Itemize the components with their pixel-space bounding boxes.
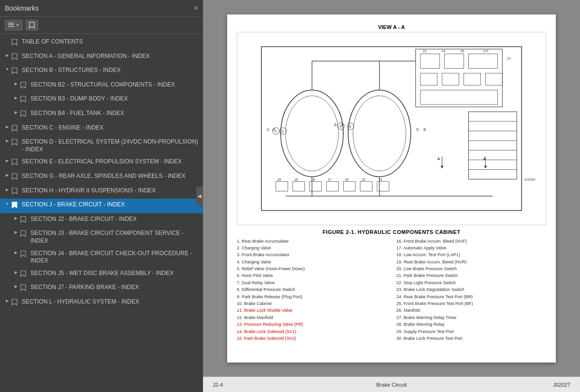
expand-arrow-sec-j[interactable] — [3, 202, 12, 206]
bookmark-icon-sec-j3 — [20, 230, 28, 239]
svg-text:25: 25 — [461, 49, 464, 53]
bookmark-label-sec-l: SECTION L - HYDRAULIC SYSTEM - INDEX — [22, 298, 200, 306]
legend-item-left-3: 3. Front Brake Accumulator — [237, 251, 387, 258]
svg-text:J04098: J04098 — [524, 177, 535, 181]
view-label: VIEW A - A — [237, 24, 546, 30]
bookmark-label-sec-j7: SECTION J7 - PARKING BRAKE - INDEX — [30, 284, 200, 291]
svg-rect-2 — [8, 26, 14, 27]
bookmark-item-sec-c[interactable]: SECTION C - ENGINE - INDEX — [0, 122, 203, 136]
expand-arrow-sec-d[interactable] — [3, 139, 12, 144]
bookmark-item-sec-b2[interactable]: SECTION B2 - STRUCTURAL COMPONENTS - IND… — [0, 79, 203, 93]
expand-arrow-sec-b2[interactable] — [12, 82, 20, 87]
legend-item-right-27: 27. Brake Warning Delay Timer — [396, 314, 546, 321]
bookmark-item-sec-j2[interactable]: SECTION J2 - BRAKE CIRCUIT - INDEX — [0, 213, 203, 228]
svg-rect-30 — [377, 181, 389, 191]
bookmark-item-sec-h[interactable]: SECTION H - HYDRAIR II SUSPENSIONS - IND… — [0, 185, 203, 199]
legend-item-right-29: 29. Supply Pressure Test Port — [396, 328, 546, 335]
sidebar-collapse-button[interactable]: ◀ — [196, 187, 203, 206]
bookmark-label-sec-c: SECTION C - ENGINE - INDEX — [22, 124, 200, 132]
bookmark-icon-sec-b4 — [20, 110, 28, 119]
sidebar-title: Bookmarks — [5, 4, 39, 12]
sidebar: Bookmarks × ▼ TABLE OF CONTENTS SECTION … — [0, 0, 203, 392]
expand-arrow-sec-g[interactable] — [3, 173, 12, 178]
expand-arrow-sec-j3[interactable] — [12, 230, 20, 235]
svg-rect-14 — [464, 73, 481, 85]
legend-item-left-12: 12. Brake Manifold — [237, 314, 387, 321]
svg-rect-11 — [469, 54, 498, 68]
bookmark-item-sec-j4[interactable]: SECTION J4 - BRAKE CIRCUIT CHECK-OUT PRO… — [0, 247, 203, 267]
svg-rect-29 — [360, 181, 372, 191]
close-button[interactable]: × — [194, 4, 198, 13]
bookmark-item-sec-d[interactable]: SECTION D - ELECTRICAL SYSTEM (24VDC NON… — [0, 136, 203, 156]
figure-caption: FIGURE 2-1. HYDRAULIC COMPONENTS CABINET — [237, 229, 546, 235]
bookmark-icon-sec-j4 — [20, 250, 28, 260]
bookmark-icon-sec-b — [12, 67, 19, 76]
expand-arrow-sec-j4[interactable] — [12, 250, 20, 255]
list-icon — [8, 22, 14, 29]
bookmark-item-sec-b[interactable]: SECTION B - STRUCTURES - INDEX — [0, 64, 203, 79]
bookmark-tool-button[interactable] — [26, 20, 38, 30]
bookmark-icon-sec-d — [12, 139, 19, 148]
bookmark-label-sec-j2: SECTION J2 - BRAKE CIRCUIT - INDEX — [30, 216, 200, 223]
svg-rect-31 — [469, 112, 517, 179]
svg-rect-26 — [310, 181, 322, 191]
svg-text:18: 18 — [311, 177, 315, 181]
svg-rect-13 — [442, 73, 459, 85]
bookmark-item-sec-e[interactable]: SECTION E - ELECTRICAL PROPULSION SYSTEM… — [0, 156, 203, 170]
bookmark-icon-sec-h — [12, 188, 19, 197]
expand-arrow-sec-l[interactable] — [3, 299, 12, 304]
expand-menu-button[interactable]: ▼ — [5, 20, 23, 30]
expand-arrow-sec-c[interactable] — [3, 125, 12, 130]
expand-arrow-sec-h[interactable] — [3, 188, 12, 192]
legend-item-left-10: 10. Brake Cabinet — [237, 300, 387, 307]
legend-right: 16. Front Brake Accum. Bleed (NVF)17. Au… — [396, 238, 546, 342]
legend-item-right-18: 18. Low Accum. Test Port (LAP1) — [396, 251, 546, 258]
expand-arrow-sec-b[interactable] — [3, 67, 12, 72]
expand-arrow-sec-a[interactable] — [3, 53, 12, 58]
legend-item-left-8: 8. Differential Pressure Switch — [237, 286, 387, 293]
hydraulic-diagram: ① ② ③ ④ ⑤ ⑥ 29 19 18 17 16 15 14 22 — [237, 32, 546, 225]
legend-item-right-19: 19. Rear Brake Accum. Bleed (NVR) — [396, 259, 546, 265]
bookmark-item-sec-b3[interactable]: SECTION B3 - DUMP BODY - INDEX — [0, 93, 203, 107]
bookmark-item-sec-g[interactable]: SECTION G - REAR AXLE, SPINDLES AND WHEE… — [0, 170, 203, 185]
bookmark-label-sec-j5: SECTION J5 - WET DISC BRAKE ASSEMBLY - I… — [30, 270, 200, 277]
bookmark-label-sec-a: SECTION A - GENERAL INFORMATION - INDEX — [22, 53, 200, 60]
bookmark-icon-toc — [12, 39, 19, 48]
svg-text:24: 24 — [442, 49, 446, 53]
expand-arrow-sec-e[interactable] — [3, 159, 12, 163]
legend-area: 1. Rear Brake Accumulator2. Charging Val… — [237, 238, 546, 342]
footer-page-number: J2-4 — [213, 382, 332, 388]
bookmark-icon — [29, 22, 35, 29]
bookmark-item-sec-j3[interactable]: SECTION J3 - BRAKE CIRCUIT COMPONENT SER… — [0, 227, 203, 247]
svg-text:⑤: ⑤ — [416, 127, 419, 131]
legend-item-left-13: 13. Pressure Reducing Valve (PR) — [237, 321, 387, 328]
bookmark-item-toc[interactable]: TABLE OF CONTENTS — [0, 36, 203, 50]
svg-rect-28 — [343, 181, 355, 191]
expand-arrow-sec-j2[interactable] — [12, 216, 20, 221]
bookmark-item-sec-l[interactable]: SECTION L - HYDRAULIC SYSTEM - INDEX — [0, 296, 203, 310]
bookmark-item-sec-j5[interactable]: SECTION J5 - WET DISC BRAKE ASSEMBLY - I… — [0, 267, 203, 282]
expand-arrow-sec-j7[interactable] — [12, 284, 20, 289]
legend-item-right-30: 30. Brake Lock Pressure Test Port — [396, 335, 546, 342]
bookmark-item-sec-b4[interactable]: SECTION B4 - FUEL TANK - INDEX — [0, 107, 203, 122]
bookmark-item-sec-j[interactable]: SECTION J - BRAKE CIRCUIT - INDEX — [0, 199, 203, 213]
bookmark-label-sec-b3: SECTION B3 - DUMP BODY - INDEX — [30, 95, 200, 103]
bookmark-item-sec-j7[interactable]: SECTION J7 - PARKING BRAKE - INDEX — [0, 281, 203, 296]
svg-text:15: 15 — [362, 177, 365, 181]
bookmark-label-toc: TABLE OF CONTENTS — [22, 38, 200, 46]
svg-text:A: A — [437, 156, 440, 160]
legend-item-left-15: 15. Park Brake Solenoid (SV2) — [237, 335, 387, 342]
legend-item-left-7: 7. Dual Relay Valve — [237, 279, 387, 286]
bookmark-item-sec-a[interactable]: SECTION A - GENERAL INFORMATION - INDEX — [0, 50, 203, 65]
expand-arrow-sec-b3[interactable] — [12, 96, 20, 101]
svg-rect-15 — [485, 73, 502, 85]
legend-item-right-21: 21. Park Brake Pressure Switch — [396, 272, 546, 279]
expand-arrow-sec-b4[interactable] — [12, 110, 20, 115]
svg-text:16: 16 — [345, 177, 348, 181]
bookmark-icon-sec-c — [12, 125, 19, 134]
bookmark-label-sec-b2: SECTION B2 - STRUCTURAL COMPONENTS - IND… — [30, 81, 200, 89]
expand-arrow-sec-j5[interactable] — [12, 270, 20, 275]
svg-rect-1 — [8, 25, 14, 26]
document-page: VIEW A - A — [227, 15, 556, 363]
bookmark-icon-sec-j — [12, 202, 19, 211]
